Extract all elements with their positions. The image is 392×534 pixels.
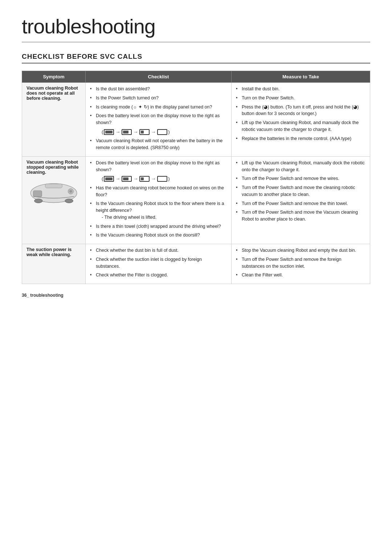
battery-quarter: [139, 129, 150, 135]
list-item: Turn off the Power Switch and move the c…: [236, 184, 366, 198]
checklist-cell-3: Check whether the dust bin is full of du…: [86, 244, 232, 284]
list-item: Does the battery level icon on the displ…: [90, 160, 227, 182]
list-item: Turn off the Power Switch and remove the…: [236, 256, 366, 270]
list-item: Is there a thin towel (cloth) wrapped ar…: [90, 223, 227, 230]
list-item: Check whether the Filter is clogged.: [90, 272, 227, 279]
battery-diagram-1: ( → → → ): [102, 128, 227, 136]
sub-item: - The driving wheel is lifted.: [96, 214, 227, 221]
battery-empty: [157, 129, 167, 135]
section-title: CHECKLIST BEFORE SVC CALLS: [22, 53, 370, 63]
list-item: Has the vacuum cleaning robot become hoo…: [90, 185, 227, 198]
list-item: Is the Vacuum cleaning Robot stuck to th…: [90, 200, 227, 221]
list-item: Is the dust bin assembled?: [90, 86, 227, 93]
list-item: Replace the batteries in the remote cont…: [236, 135, 366, 142]
list-item: Does the battery level icon on the displ…: [90, 112, 227, 135]
battery-full: [104, 129, 114, 135]
svg-point-4: [65, 199, 73, 203]
checklist-cell-1: Is the dust bin assembled? Is the Power …: [86, 83, 232, 157]
list-item: Turn on the Power Switch.: [236, 95, 366, 102]
checklist-cell-2: Does the battery level icon on the displ…: [86, 156, 232, 244]
measure-cell-3: Stop the Vacuum cleaning Robot and empty…: [231, 244, 370, 284]
list-item: Check whether the suction inlet is clogg…: [90, 256, 227, 270]
list-item: Turn off the Power Switch and move the V…: [236, 209, 366, 223]
list-item: Vacuum cleaning Robot will not operate w…: [90, 137, 227, 151]
list-item: Stop the Vacuum cleaning Robot and empty…: [236, 247, 366, 254]
list-item: Turn off the Power Switch and remove the…: [236, 200, 366, 207]
battery-full-2: [104, 176, 114, 182]
list-item: Is the Power Switch turned on?: [90, 95, 227, 102]
robot-image: [26, 178, 81, 206]
list-item: Lift up the Vacuum cleaning Robot, manua…: [236, 160, 366, 173]
col-measure: Measure to Take: [231, 71, 370, 83]
col-checklist: Checklist: [86, 71, 232, 83]
measure-cell-2: Lift up the Vacuum cleaning Robot, manua…: [231, 156, 370, 244]
list-item: Install the dust bin.: [236, 86, 366, 93]
table-row: Vacuum cleaning Robot stopped operating …: [22, 156, 370, 244]
svg-rect-2: [33, 190, 42, 197]
list-item: Lift up the Vacuum cleaning Robot, and m…: [236, 119, 366, 133]
col-symptom: Symptom: [22, 71, 86, 83]
page-title: troubleshooting: [22, 15, 370, 42]
svg-point-6: [69, 190, 72, 193]
table-row: The suction power is weak while cleaning…: [22, 244, 370, 284]
list-item: Clean the Filter well.: [236, 272, 366, 279]
measure-cell-1: Install the dust bin. Turn on the Power …: [231, 83, 370, 157]
symptom-cell-3: The suction power is weak while cleaning…: [22, 244, 86, 284]
battery-half-2: [122, 176, 132, 182]
svg-rect-1: [45, 184, 62, 188]
battery-quarter-2: [139, 176, 150, 182]
battery-diagram-2: ( → → → ): [102, 175, 227, 182]
list-item: Is cleaning mode (☼ ✦ ↻) in the display …: [90, 104, 227, 111]
symptom-cell-2: Vacuum cleaning Robot stopped operating …: [22, 156, 86, 244]
list-item: Is the Vacuum cleaning Robot stuck on th…: [90, 232, 227, 239]
list-item: Press the (◕) button. (To turn it off, p…: [236, 104, 366, 118]
battery-half: [122, 129, 132, 135]
list-item: Check whether the dust bin is full of du…: [90, 247, 227, 254]
battery-empty-2: [157, 176, 167, 182]
svg-point-3: [34, 199, 43, 203]
list-item: Turn off the Power Switch and remove the…: [236, 175, 366, 182]
symptom-cell-1: Vacuum cleaning Robot does not operate a…: [22, 83, 86, 157]
troubleshooting-table: Symptom Checklist Measure to Take Vacuum…: [22, 71, 370, 284]
footer: 36_ troubleshooting: [22, 293, 370, 298]
table-row: Vacuum cleaning Robot does not operate a…: [22, 83, 370, 157]
